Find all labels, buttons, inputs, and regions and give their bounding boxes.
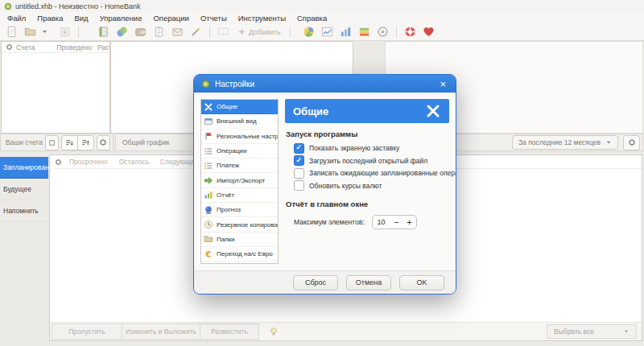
show-all-accounts-button[interactable]: [45, 135, 59, 150]
expand-all-button[interactable]: [61, 135, 78, 150]
checkbox[interactable]: [294, 180, 304, 191]
scheduled-tab[interactable]: Напомнить: [0, 200, 48, 222]
collapse-all-button[interactable]: [77, 135, 94, 150]
accounts-column-header[interactable]: Проведено: [56, 43, 92, 51]
gear-icon[interactable]: [55, 159, 62, 166]
balance-report-button[interactable]: [374, 24, 392, 39]
skip-button[interactable]: Пропустить: [52, 323, 122, 340]
dialog-titlebar[interactable]: Настройки ×: [194, 75, 456, 93]
menu-item[interactable]: Файл: [2, 14, 31, 23]
toolbar-separator: [78, 26, 79, 38]
edit-and-post-button[interactable]: Изменить и Выложить: [122, 323, 200, 340]
tools-icon: [204, 102, 213, 112]
budget-button[interactable]: [168, 24, 187, 39]
expand-collapse-group: [61, 135, 94, 150]
settings-category[interactable]: Резервное копирование: [201, 217, 278, 232]
menu-item[interactable]: Вид: [68, 14, 93, 23]
accounts-column-header[interactable]: Расчёт: [97, 43, 110, 51]
trend-time-button[interactable]: [318, 24, 336, 39]
open-file-button[interactable]: [21, 24, 39, 39]
gear-icon[interactable]: [6, 43, 13, 51]
settings-category[interactable]: Общие: [201, 100, 278, 114]
homebank-app-icon: [201, 80, 210, 89]
settings-category[interactable]: Отчёт: [201, 188, 278, 203]
scheduled-tab[interactable]: Запланировано: [0, 157, 48, 179]
accounts-panel: Счета Проведено Расчёт: [1, 41, 110, 134]
accounts-button[interactable]: [94, 24, 113, 39]
your-accounts-label: Ваши счета: [6, 138, 43, 146]
payees-button[interactable]: [131, 24, 150, 39]
payment-icon: [204, 161, 213, 171]
settings-category[interactable]: Прогноз: [201, 203, 278, 217]
your-accounts-bar: Ваши счета: [0, 134, 114, 151]
reset-button[interactable]: Сброс: [293, 275, 338, 290]
new-file-button[interactable]: [2, 24, 21, 39]
settings-category[interactable]: Региональные настройки: [201, 130, 278, 144]
help-button[interactable]: [401, 24, 419, 39]
scheduled-actions-bar: Пропустить Изменить и Выложить Разместит…: [50, 322, 642, 340]
toolbar-separator: [290, 26, 291, 38]
forecast-icon: [204, 205, 213, 215]
chevron-down-icon: [623, 328, 630, 335]
window-title: untitled.xhb - Неизвестно - HomeBank: [15, 2, 141, 10]
menu-item[interactable]: Отчеты: [195, 14, 233, 23]
menu-item[interactable]: Справка: [291, 14, 332, 23]
add-transaction-button[interactable]: Добавить: [233, 27, 286, 36]
settings-category[interactable]: Внешний вид: [201, 114, 278, 129]
settings-category[interactable]: Импорт/Экспорт: [201, 173, 278, 187]
settings-category[interactable]: Платеж: [201, 159, 278, 173]
open-recent-caret[interactable]: [39, 24, 49, 39]
post-button[interactable]: Разместить: [200, 323, 259, 340]
accounts-column-header[interactable]: Счета: [16, 43, 35, 51]
budget-report-button[interactable]: [355, 24, 374, 39]
startup-option: Показать экранную заставку: [294, 143, 449, 154]
window-titlebar: untitled.xhb - Неизвестно - HomeBank: [0, 0, 644, 12]
settings-category[interactable]: Операции: [201, 144, 278, 159]
cancel-button[interactable]: Отмена: [346, 275, 391, 290]
toolbar-separator: [396, 26, 397, 38]
dialog-title: Настройки: [215, 80, 254, 89]
statistics-pie-button[interactable]: [299, 24, 318, 39]
settings-category[interactable]: Папки: [201, 233, 278, 247]
toolbar-separator: [209, 26, 210, 38]
settings-content: Общие Запуск программы Показать экранную…: [285, 99, 449, 264]
date-range-dropdown[interactable]: За последние 12 месяцев: [512, 135, 618, 150]
page-banner: Общие: [285, 99, 449, 123]
checkbox[interactable]: [294, 168, 304, 179]
chevron-down-icon: [605, 139, 612, 146]
dialog-footer: Сброс Отмена OK: [194, 270, 456, 294]
select-all-dropdown[interactable]: Выбрать все: [547, 324, 637, 339]
checkbox[interactable]: [294, 155, 304, 166]
ok-button[interactable]: OK: [399, 275, 444, 290]
page-title: Общие: [293, 105, 328, 117]
scheduled-column-header[interactable]: Просрочено: [69, 158, 108, 166]
menu-item[interactable]: Правка: [31, 14, 68, 23]
increment-button[interactable]: +: [403, 217, 416, 227]
scheduled-tab[interactable]: Будущее: [0, 179, 48, 200]
menu-item[interactable]: Управление: [94, 14, 148, 23]
settings-category[interactable]: Advanced: [201, 262, 278, 264]
plus-icon: [237, 27, 246, 36]
archive-button[interactable]: [150, 24, 168, 39]
assign-button[interactable]: [187, 24, 205, 39]
save-button[interactable]: [56, 24, 74, 39]
close-icon[interactable]: ×: [437, 79, 448, 89]
toolbar: Добавить: [0, 23, 644, 41]
settings-sidebar: Общие Внешний вид Региональные настройки…: [200, 99, 279, 264]
menu-item[interactable]: Инструменты: [233, 14, 291, 23]
scheduled-column-header[interactable]: Осталось: [119, 158, 150, 166]
report-icon: [204, 190, 213, 200]
decrement-button[interactable]: −: [390, 217, 403, 227]
max-items-value[interactable]: 10: [373, 218, 390, 226]
statistics-bars-button[interactable]: [336, 24, 355, 39]
settings-category[interactable]: Переход на/с Евро: [201, 247, 278, 262]
import-icon: [204, 175, 213, 185]
startup-options: Показать экранную заставку Загрузить пос…: [285, 141, 449, 193]
donate-button[interactable]: [419, 24, 438, 39]
menu-item[interactable]: Операции: [147, 14, 194, 23]
chart-settings-button[interactable]: [623, 135, 640, 150]
show-transactions-button[interactable]: [214, 24, 233, 39]
accounts-settings-button[interactable]: [97, 135, 110, 150]
categories-button[interactable]: [113, 24, 131, 39]
checkbox[interactable]: [294, 143, 304, 154]
